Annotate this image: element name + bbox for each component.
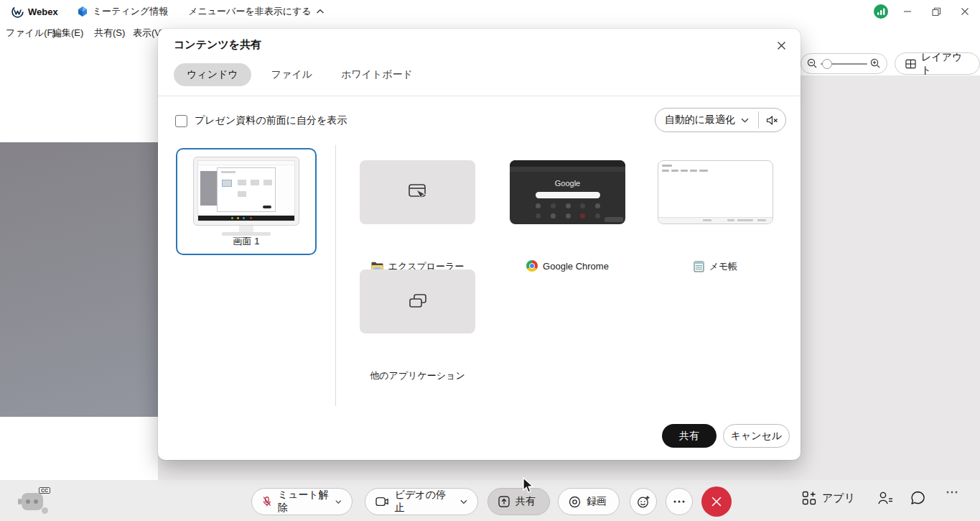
share-content-dialog: コンテンツを共有 ウィンドウ ファイル ホワイトボード プレゼン資料の前面に自分… — [158, 29, 801, 460]
close-icon — [777, 41, 786, 50]
window-titlebar: Webex ミーティング情報 メニューバーを非表示にする — [0, 0, 980, 23]
share-toolbar-button[interactable]: 共有 — [487, 488, 550, 515]
share-source-chrome[interactable]: Google — [510, 160, 625, 224]
participants-icon — [877, 491, 893, 505]
signal-bars-icon — [877, 8, 885, 15]
monitor-stand — [239, 226, 253, 232]
dialog-divider — [158, 96, 801, 96]
layout-button-label: レイアウト — [921, 51, 969, 77]
record-label: 録画 — [587, 495, 607, 508]
smiley-plus-icon — [637, 495, 650, 509]
connection-quality-indicator[interactable] — [874, 4, 888, 19]
stacked-windows-icon — [407, 292, 429, 311]
share-screen-icon — [498, 496, 510, 507]
menu-file[interactable]: ファイル(F) — [6, 27, 56, 40]
chrome-preview-google-text: Google — [510, 179, 625, 188]
screen-1-preview — [197, 160, 295, 221]
hide-menubar-button[interactable]: メニューバーを非表示にする — [188, 5, 324, 18]
share-confirm-button[interactable]: 共有 — [662, 424, 717, 448]
show-me-in-front-option[interactable]: プレゼン資料の前面に自分を表示 — [175, 114, 347, 127]
chrome-item[interactable]: Google Chrome — [510, 260, 625, 272]
robot-icon — [22, 493, 43, 510]
share-source-notepad[interactable] — [658, 160, 773, 224]
zoom-slider-knob[interactable] — [822, 59, 832, 69]
chrome-item-label: Google Chrome — [543, 261, 609, 272]
ellipsis-icon — [673, 500, 685, 503]
dialog-close-button[interactable] — [772, 36, 790, 55]
speaker-muted-icon — [766, 115, 778, 126]
app-title: Webex — [28, 6, 58, 17]
stage-zoom-control[interactable] — [801, 53, 887, 74]
share-source-screen-1[interactable]: 画面 1 — [176, 148, 317, 255]
chevron-up-icon — [316, 9, 325, 14]
reactions-button[interactable] — [630, 488, 657, 515]
share-source-explorer[interactable] — [360, 160, 475, 224]
zoom-slider-track[interactable] — [821, 63, 867, 65]
more-options-button[interactable] — [666, 488, 693, 515]
hide-menubar-label: メニューバーを非表示にする — [188, 5, 311, 18]
meeting-info-icon — [77, 6, 88, 17]
chevron-down-icon[interactable] — [460, 499, 467, 504]
tab-whiteboard[interactable]: ホワイトボード — [332, 63, 421, 86]
layout-grid-icon — [905, 58, 916, 70]
unmute-button[interactable]: ミュート解除 — [251, 488, 353, 515]
close-window-button[interactable] — [956, 2, 974, 21]
zoom-out-icon[interactable] — [807, 58, 818, 69]
other-apps-item[interactable]: 他のアプリケーション — [360, 369, 475, 382]
zoom-in-icon[interactable] — [870, 58, 881, 69]
unmute-label: ミュート解除 — [278, 489, 330, 515]
mouse-cursor — [521, 477, 536, 494]
apps-label: アプリ — [822, 492, 855, 505]
share-confirm-label: 共有 — [679, 430, 699, 443]
webex-logo-icon — [11, 6, 24, 18]
record-button[interactable]: 録画 — [558, 488, 620, 515]
closed-captions-badge: CC — [39, 487, 50, 494]
leave-x-icon — [711, 496, 722, 507]
mic-muted-icon — [262, 495, 272, 508]
self-view-video — [0, 142, 158, 417]
menu-edit[interactable]: 編集(E) — [52, 27, 83, 40]
show-me-checkbox-label: プレゼン資料の前面に自分を表示 — [195, 114, 347, 127]
tab-window[interactable]: ウィンドウ — [174, 63, 251, 86]
sources-divider — [335, 145, 336, 406]
menu-share[interactable]: 共有(S) — [94, 27, 125, 40]
optimize-dropdown-value: 自動的に最適化 — [665, 114, 735, 126]
webex-brand: Webex — [11, 6, 58, 18]
layout-button[interactable]: レイアウト — [895, 52, 980, 75]
restore-button[interactable] — [927, 2, 946, 21]
dialog-title: コンテンツを共有 — [174, 38, 261, 52]
stop-video-button[interactable]: ビデオの停止 — [365, 488, 478, 515]
camera-icon — [375, 497, 389, 507]
leave-meeting-button[interactable] — [701, 487, 732, 517]
more-panels-button[interactable] — [946, 491, 958, 494]
show-me-checkbox[interactable] — [175, 115, 187, 127]
cancel-label: キャンセル — [731, 430, 783, 443]
optimize-dropdown[interactable]: 自動的に最適化 — [655, 109, 758, 132]
notepad-item-label: メモ帳 — [709, 260, 738, 273]
meeting-control-bar: ミュート解除 ビデオの停止 共有 録画 アプリ — [0, 480, 980, 521]
screen-1-monitor-graphic — [193, 157, 299, 226]
stop-video-label: ビデオの停止 — [395, 489, 455, 515]
chevron-down-icon[interactable] — [335, 499, 342, 504]
notepad-item[interactable]: メモ帳 — [658, 260, 773, 273]
participants-button[interactable] — [877, 491, 893, 505]
share-audio-muted-button[interactable] — [759, 109, 785, 132]
meeting-info-button[interactable]: ミーティング情報 — [77, 5, 169, 18]
chevron-down-icon — [741, 118, 749, 123]
chat-bubble-icon — [910, 491, 925, 505]
tab-file[interactable]: ファイル — [263, 63, 321, 86]
share-source-other-apps[interactable] — [360, 269, 475, 333]
minimize-button[interactable] — [898, 2, 917, 21]
chrome-icon — [526, 260, 538, 272]
ellipsis-icon — [946, 491, 958, 494]
apps-button[interactable]: アプリ — [802, 491, 855, 505]
cancel-button[interactable]: キャンセル — [723, 424, 790, 448]
webex-assistant-indicator[interactable]: CC — [20, 487, 52, 516]
dialog-tabs: ウィンドウ ファイル ホワイトボード — [174, 63, 421, 86]
meeting-info-label: ミーティング情報 — [93, 5, 169, 18]
window-cursor-icon — [407, 183, 429, 202]
chat-button[interactable] — [910, 491, 925, 505]
notepad-icon — [694, 261, 704, 272]
other-apps-item-label: 他のアプリケーション — [370, 369, 465, 382]
record-icon — [569, 496, 581, 508]
